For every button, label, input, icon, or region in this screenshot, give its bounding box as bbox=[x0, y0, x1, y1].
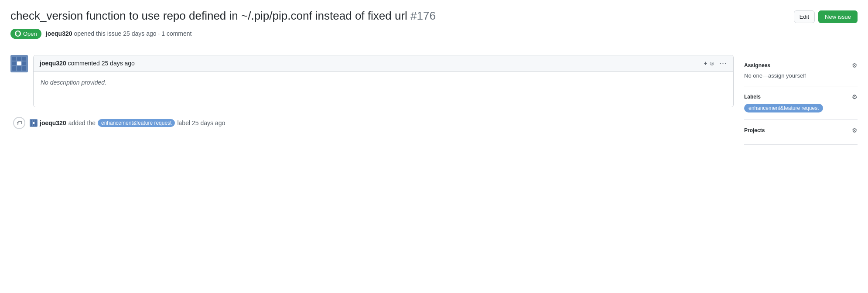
emoji-reaction-button[interactable]: + ☺ bbox=[704, 60, 715, 67]
avatar-pixel bbox=[17, 61, 21, 65]
more-options-button[interactable]: ··· bbox=[719, 59, 727, 68]
status-badge: ⓘ Open bbox=[10, 29, 41, 39]
comment-body: No description provided. bbox=[34, 72, 733, 107]
issue-author: joequ320 bbox=[46, 30, 72, 37]
comment-username: joequ320 bbox=[40, 60, 66, 67]
avatar bbox=[10, 55, 28, 72]
comment-actions: + ☺ ··· bbox=[704, 59, 728, 68]
comment-header: joequ320 commented 25 days ago + ☺ ··· bbox=[34, 55, 733, 72]
timeline-label-badge: enhancement&feature request bbox=[98, 119, 175, 127]
issue-meta-text: joequ320 opened this issue 25 days ago ·… bbox=[46, 30, 192, 37]
timeline: joequ320 commented 25 days ago + ☺ ··· N… bbox=[10, 55, 734, 145]
timeline-event-author: joequ320 bbox=[40, 119, 66, 126]
main-layout: joequ320 commented 25 days ago + ☺ ··· N… bbox=[10, 55, 858, 145]
avatar-pixel bbox=[12, 57, 16, 61]
comment-timestamp: commented 25 days ago bbox=[68, 60, 135, 67]
comment-box: joequ320 commented 25 days ago + ☺ ··· N… bbox=[33, 55, 734, 107]
labels-gear-icon[interactable]: ⚙ bbox=[852, 93, 858, 100]
issue-meta: ⓘ Open joequ320 opened this issue 25 day… bbox=[10, 29, 858, 46]
avatar-pixel bbox=[22, 57, 26, 61]
avatar-pixel bbox=[22, 66, 26, 70]
labels-content: enhancement&feature request bbox=[744, 104, 858, 112]
sidebar: Assignees ⚙ No one—assign yourself Label… bbox=[744, 55, 858, 145]
small-avatar bbox=[30, 119, 38, 127]
assignees-gear-icon[interactable]: ⚙ bbox=[852, 62, 858, 69]
open-circle-icon: ⓘ bbox=[15, 31, 21, 37]
issue-title: check_version function to use repo defin… bbox=[10, 9, 787, 24]
avatar-pixel bbox=[12, 66, 16, 70]
timeline-event: 🏷 joequ320 added the enhancement&feature… bbox=[10, 114, 734, 132]
page-header: check_version function to use repo defin… bbox=[10, 9, 858, 24]
comment-body-text: No description provided. bbox=[41, 79, 726, 86]
timeline-event-action: added the bbox=[68, 119, 96, 126]
sidebar-label-badge: enhancement&feature request bbox=[744, 104, 823, 112]
status-text: Open bbox=[23, 31, 37, 37]
labels-section: Labels ⚙ enhancement&feature request bbox=[744, 86, 858, 120]
avatar-pixel bbox=[17, 66, 21, 70]
timeline-event-text: joequ320 added the enhancement&feature r… bbox=[30, 119, 225, 127]
edit-button[interactable]: Edit bbox=[794, 10, 815, 23]
assignees-title: Assignees bbox=[744, 62, 770, 68]
timeline-event-suffix: label 25 days ago bbox=[177, 119, 225, 126]
new-issue-button[interactable]: New issue bbox=[818, 10, 858, 23]
issue-title-text: check_version function to use repo defin… bbox=[10, 9, 407, 22]
assignees-section: Assignees ⚙ No one—assign yourself bbox=[744, 55, 858, 86]
labels-header: Labels ⚙ bbox=[744, 93, 858, 100]
projects-gear-icon[interactable]: ⚙ bbox=[852, 127, 858, 134]
avatar-pixel bbox=[12, 61, 16, 65]
header-actions: Edit New issue bbox=[794, 9, 858, 23]
projects-header: Projects ⚙ bbox=[744, 127, 858, 134]
labels-title: Labels bbox=[744, 94, 761, 100]
projects-section: Projects ⚙ bbox=[744, 120, 858, 145]
plus-sign: + bbox=[704, 60, 707, 67]
assignees-header: Assignees ⚙ bbox=[744, 62, 858, 69]
avatar-image bbox=[10, 55, 28, 72]
issue-number: #176 bbox=[410, 9, 436, 22]
projects-title: Projects bbox=[744, 127, 765, 133]
assignees-empty-text: No one—assign yourself bbox=[744, 72, 858, 79]
issue-meta-details: opened this issue 25 days ago · 1 commen… bbox=[74, 30, 191, 37]
label-icon: 🏷 bbox=[13, 117, 25, 129]
comment-author-text: joequ320 commented 25 days ago bbox=[40, 60, 135, 67]
avatar-pixel bbox=[17, 57, 21, 61]
comment-container: joequ320 commented 25 days ago + ☺ ··· N… bbox=[10, 55, 734, 107]
avatar-pixel bbox=[22, 61, 26, 65]
smiley-icon: ☺ bbox=[709, 60, 715, 67]
